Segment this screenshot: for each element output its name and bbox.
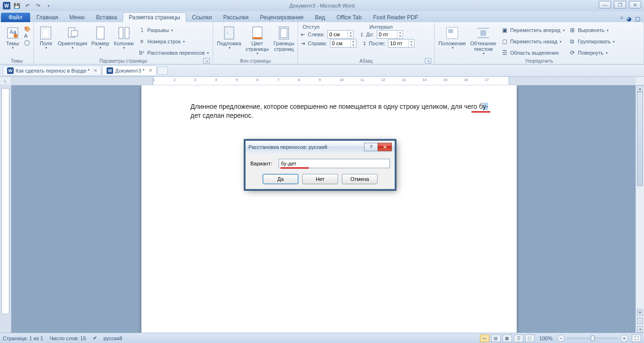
tab-foxit[interactable]: Foxit Reader PDF — [367, 13, 424, 22]
qat-customize-icon[interactable]: ▾ — [43, 1, 53, 10]
tab-insert[interactable]: Вставка — [91, 13, 123, 22]
watermark-icon: A — [222, 25, 237, 41]
app-icon[interactable]: W — [2, 1, 11, 10]
ruler-vertical[interactable] — [0, 85, 11, 333]
status-page[interactable]: Страница: 1 из 1 — [3, 335, 43, 341]
group-objects-button[interactable]: ⧉Группировать▾ — [568, 36, 616, 47]
file-tab[interactable]: Файл — [1, 13, 30, 22]
proofing-icon[interactable]: ✔ — [93, 335, 97, 341]
doc-tab-1[interactable]: WКак сделать перенос в Ворде *✕ — [3, 65, 101, 76]
page-canvas[interactable]: Длинное предложение, которое совершенно … — [11, 85, 636, 333]
zoom-out-button[interactable]: − — [557, 335, 565, 342]
vertical-scrollbar[interactable]: ▲ ▼ ◦ ▾ — [636, 85, 644, 333]
orientation-button[interactable]: Ориентация▾ — [57, 24, 88, 52]
page-color-button[interactable]: Цвет страницы▾ — [244, 24, 270, 57]
dialog-titlebar[interactable]: Расстановка переносов: русский ? ✕ — [246, 141, 395, 153]
rotate-button[interactable]: ⟳Повернуть▾ — [568, 48, 616, 58]
position-button[interactable]: Положение▾ — [438, 24, 467, 52]
bring-forward-icon: ▣ — [501, 26, 508, 34]
scroll-down-icon[interactable]: ▼ — [637, 309, 643, 316]
svg-rect-7 — [97, 27, 104, 39]
cancel-button[interactable]: Отмена — [342, 174, 378, 184]
margins-button[interactable]: Поля▾ — [37, 24, 55, 52]
selection-pane-button[interactable]: ☰Область выделения — [500, 48, 566, 58]
minimize-button[interactable]: — — [599, 1, 611, 8]
tab-menu[interactable]: Меню — [64, 13, 90, 22]
reading-view[interactable]: ▤ — [491, 335, 501, 342]
breaks-button[interactable]: ⤵Разрывы▾ — [137, 25, 210, 35]
redo-icon[interactable]: ↷ — [33, 1, 42, 10]
close-tab-icon[interactable]: ✕ — [149, 68, 152, 73]
new-tab-button[interactable] — [157, 66, 168, 75]
paragraph-launcher[interactable]: ↘ — [425, 58, 431, 64]
page-setup-launcher[interactable]: ↘ — [203, 58, 210, 64]
svg-rect-17 — [448, 29, 453, 33]
tab-office-tab[interactable]: Office Tab — [331, 13, 368, 22]
zoom-slider[interactable] — [567, 337, 619, 339]
ribbon: Aa Темы▾ 🎨 A ◯ Темы Поля▾ Ориентация▾ Ра… — [0, 22, 644, 65]
theme-effects-icon[interactable]: ◯ — [24, 40, 31, 46]
wrap-button[interactable]: Обтекание текстом▾ — [469, 24, 498, 57]
tab-view[interactable]: Вид — [309, 13, 331, 22]
tab-home[interactable]: Главная — [31, 13, 64, 22]
draft-view[interactable]: ▢ — [525, 335, 535, 342]
svg-point-2 — [14, 34, 17, 38]
bring-forward-button[interactable]: ▣Переместить вперед▾ — [500, 25, 566, 35]
save-icon[interactable]: 💾 — [12, 1, 22, 10]
columns-button[interactable]: Колонки▾ — [113, 24, 135, 52]
orientation-icon — [65, 25, 80, 41]
fit-page-button[interactable]: ⛶ — [632, 335, 641, 342]
prev-page-icon[interactable]: ◦ — [637, 318, 643, 324]
outline-view[interactable]: ☰ — [514, 335, 523, 342]
style-icon[interactable]: ᴬ — [620, 16, 623, 22]
hruler[interactable]: 1234567891011121314151617 — [11, 77, 636, 85]
tab-mailings[interactable]: Рассылки — [217, 13, 254, 22]
quick-access-toolbar: W 💾 ↶ ↷ ▾ — [0, 1, 53, 10]
scroll-up-icon[interactable]: ▲ — [637, 85, 643, 92]
theme-colors-icon[interactable]: 🎨 — [24, 26, 31, 32]
indent-right-icon: ⇥ — [301, 41, 305, 47]
yes-button[interactable]: Да — [263, 174, 298, 184]
group-paragraph: ОтступИнтервал ⇤Слева: ▲▼ ‡До: ▲▼ ⇥Справ… — [298, 22, 435, 64]
close-tab-icon[interactable]: ✕ — [93, 68, 97, 73]
variant-input[interactable] — [279, 159, 390, 168]
watermark-button[interactable]: AПодложка▾ — [216, 24, 242, 52]
send-backward-button[interactable]: ▢Переместить назад▾ — [500, 36, 566, 47]
theme-fonts-icon[interactable]: A — [24, 33, 31, 39]
tab-review[interactable]: Рецензирование — [254, 13, 309, 22]
tab-references[interactable]: Ссылки — [186, 13, 217, 22]
indent-left-input[interactable]: ▲▼ — [327, 30, 354, 39]
ribbon-tab-strip: Файл Главная Меню Вставка Разметка стран… — [0, 11, 644, 22]
zoom-label[interactable]: 100% — [539, 335, 553, 341]
restore-button[interactable]: ❐ — [614, 1, 626, 8]
document-text[interactable]: Длинное предложение, которое совершенно … — [190, 102, 492, 120]
indent-right-input[interactable]: ▲▼ — [330, 39, 356, 48]
dialog-help-button[interactable]: ? — [364, 143, 378, 151]
dialog-close-button[interactable]: ✕ — [378, 143, 392, 151]
size-button[interactable]: Размер▾ — [90, 24, 111, 52]
line-numbers-button[interactable]: ≡Номера строк▾ — [137, 36, 210, 47]
edit-area: Длинное предложение, которое совершенно … — [0, 85, 644, 333]
status-words[interactable]: Число слов: 15 — [50, 335, 86, 341]
status-language[interactable]: русский — [104, 335, 122, 341]
doc-tab-2[interactable]: WДокумент3 *✕ — [102, 65, 156, 76]
close-window-button[interactable]: ✕ — [629, 1, 641, 8]
tab-page-layout[interactable]: Разметка страницы — [123, 12, 186, 22]
collapse-ribbon-icon[interactable]: ▢ — [635, 16, 640, 22]
web-view[interactable]: ▦ — [503, 335, 512, 342]
hyphenation-button[interactable]: bᶜРасстановка переносов▾ — [137, 48, 210, 58]
spacing-after-input[interactable]: ▲▼ — [388, 39, 414, 48]
annotation-underline — [281, 167, 309, 169]
zoom-in-button[interactable]: + — [620, 335, 628, 342]
no-button[interactable]: Нет — [302, 174, 338, 184]
help-icon[interactable]: ◕ — [627, 16, 631, 22]
align-button[interactable]: ⊞Выровнять▾ — [568, 25, 616, 35]
print-layout-view[interactable]: ▭ — [480, 335, 489, 342]
themes-button[interactable]: Aa Темы▾ — [3, 24, 22, 52]
page-borders-button[interactable]: Границы страниц — [272, 24, 296, 53]
scroll-thumb[interactable] — [637, 92, 643, 186]
spacing-before-input[interactable]: ▲▼ — [377, 30, 403, 39]
svg-rect-8 — [119, 27, 123, 39]
undo-icon[interactable]: ↶ — [23, 1, 32, 10]
next-page-icon[interactable]: ▾ — [637, 326, 643, 333]
